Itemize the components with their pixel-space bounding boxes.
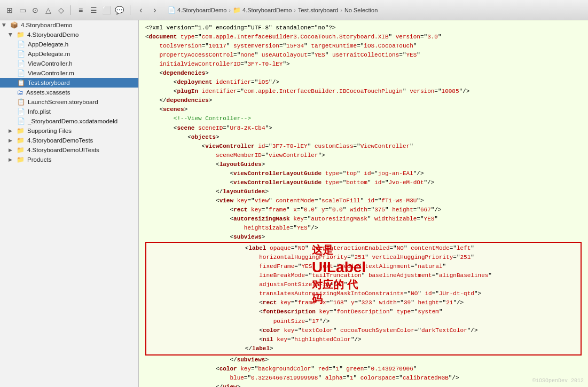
- breadcrumb-label-3: Test.storyboard: [298, 7, 338, 13]
- sidebar-item-test-storyboard[interactable]: 📋 Test.storyboard: [0, 78, 138, 88]
- grid-icon[interactable]: ⊞: [4, 5, 15, 15]
- launch-storyboard-icon: 📋: [17, 98, 25, 106]
- triangle-icon-2: ▶: [8, 33, 13, 37]
- breadcrumb-sep-3: ›: [340, 7, 342, 13]
- uitests-folder-icon: 📁: [17, 146, 25, 154]
- sidebar-label-test-storyboard: Test.storyboard: [28, 80, 70, 86]
- assets-icon: 🗂: [17, 89, 23, 96]
- square-icon[interactable]: ▭: [17, 5, 28, 15]
- triangle-supporting: ▶: [9, 128, 12, 133]
- vc-m-icon: 📄: [17, 69, 25, 77]
- code-content: <?xml version="1.0" encoding="UTF-8" sta…: [145, 23, 582, 387]
- sidebar: ▶ 📦 4.StoryboardDemo ▶ 📁 4.StoryboardDem…: [0, 20, 139, 387]
- breadcrumb-item-3[interactable]: Test.storyboard: [298, 7, 338, 13]
- folder-icon-2: 📁: [233, 6, 241, 14]
- menu-icon[interactable]: ☰: [88, 5, 99, 15]
- file-icon: 📄: [168, 6, 176, 14]
- h-file-icon: 📄: [17, 41, 25, 48]
- triangle-tests: ▶: [9, 138, 12, 143]
- sidebar-label-viewcontroller-h: ViewController.h: [28, 60, 73, 67]
- sidebar-item-tests[interactable]: ▶ 📁 4.StoryboardDemoTests: [0, 136, 138, 145]
- sidebar-item-main-folder[interactable]: ▶ 📁 4.StoryboardDemo: [0, 30, 138, 40]
- toolbar: ⊞ ▭ ⊙ △ ◇ ≡ ☰ ⬜ 💬 ‹ › 📄 4.StoryboardDemo…: [0, 0, 588, 20]
- project-icon: 📦: [10, 21, 18, 29]
- breadcrumb-sep-1: ›: [229, 7, 231, 13]
- sidebar-item-appdelegate-h[interactable]: 📄 AppDelegate.h: [0, 40, 138, 49]
- highlighted-code-box: <label opaque="NO" userInteractionEnable…: [145, 242, 582, 356]
- highlight-region: <label opaque="NO" userInteractionEnable…: [145, 242, 582, 356]
- watermark: ©iOSOpenDev 2012: [532, 377, 584, 385]
- sidebar-label-info-plist: Info.plist: [28, 108, 51, 115]
- m-file-icon: 📄: [17, 50, 25, 58]
- sep1: [70, 5, 71, 15]
- breadcrumb-item-2[interactable]: 📁 4.StoryboardDemo: [233, 6, 292, 14]
- breadcrumb-item-4: No Selection: [344, 7, 378, 13]
- main-layout: ▶ 📦 4.StoryboardDemo ▶ 📁 4.StoryboardDem…: [0, 20, 588, 387]
- vc-h-icon: 📄: [17, 60, 25, 67]
- search-icon[interactable]: ⊙: [30, 5, 41, 15]
- sidebar-label-main: 4.StoryboardDemo: [27, 31, 79, 38]
- sidebar-label-uitests: 4.StoryboardDemoUITests: [27, 147, 99, 153]
- sidebar-label-appdelegate-h: AppDelegate.h: [28, 41, 68, 48]
- triangle-uitests: ▶: [9, 147, 12, 153]
- comment-icon[interactable]: 💬: [114, 5, 124, 15]
- sidebar-item-products[interactable]: ▶ 📁 Products: [0, 155, 138, 164]
- sidebar-item-appdelegate-m[interactable]: 📄 AppDelegate.m: [0, 49, 138, 59]
- sidebar-item-assets[interactable]: 🗂 Assets.xcassets: [0, 88, 138, 97]
- highlighted-code: <label opaque="NO" userInteractionEnable…: [146, 244, 581, 353]
- sidebar-label-launchscreen: LaunchScreen.storyboard: [28, 99, 98, 105]
- breadcrumb: 📄 4.StoryboardDemo › 📁 4.StoryboardDemo …: [168, 6, 584, 14]
- sidebar-item-launchscreen[interactable]: 📋 LaunchScreen.storyboard: [0, 97, 138, 107]
- breadcrumb-label-1: 4.StoryboardDemo: [177, 7, 226, 13]
- sidebar-label-products: Products: [27, 156, 51, 163]
- folder-icon-main: 📁: [17, 31, 25, 38]
- nav-back-button[interactable]: ‹: [136, 5, 146, 15]
- sep2: [130, 5, 130, 15]
- sidebar-item-info-plist[interactable]: 📄 Info.plist: [0, 107, 138, 116]
- sidebar-label-supporting: Supporting Files: [27, 128, 72, 134]
- triangle-products: ▶: [9, 157, 12, 162]
- sidebar-item-uitests[interactable]: ▶ 📁 4.StoryboardDemoUITests: [0, 145, 138, 155]
- tests-folder-icon: 📁: [17, 137, 25, 144]
- data-icon: 📄: [17, 117, 25, 125]
- breadcrumb-label-4: No Selection: [344, 7, 378, 13]
- plist-icon: 📄: [17, 108, 25, 115]
- sidebar-item-root-project[interactable]: ▶ 📦 4.StoryboardDemo: [0, 20, 138, 30]
- toolbar-left-icons: ⊞ ▭ ⊙ △ ◇ ≡ ☰ ⬜ 💬: [4, 5, 124, 15]
- sidebar-label-assets: Assets.xcassets: [26, 89, 70, 96]
- breadcrumb-sep-2: ›: [294, 7, 296, 13]
- code-pre: <?xml version="1.0" encoding="UTF-8" sta…: [145, 23, 582, 242]
- sidebar-item-viewcontroller-m[interactable]: 📄 ViewController.m: [0, 68, 138, 78]
- nav-forward-button[interactable]: ›: [150, 5, 160, 15]
- list-icon[interactable]: ≡: [75, 5, 86, 15]
- breadcrumb-label-2: 4.StoryboardDemo: [242, 7, 292, 13]
- layout-icon[interactable]: ⬜: [101, 5, 112, 15]
- sidebar-item-xcdatamodel[interactable]: 📄 _StoryboardDemo.xcdatamodeld: [0, 116, 138, 126]
- sidebar-label-appdelegate-m: AppDelegate.m: [28, 51, 70, 57]
- breadcrumb-item-1[interactable]: 📄 4.StoryboardDemo: [168, 6, 226, 14]
- diamond-icon[interactable]: ◇: [56, 5, 66, 15]
- sidebar-item-viewcontroller-h[interactable]: 📄 ViewController.h: [0, 59, 138, 68]
- supporting-folder-icon: 📁: [17, 127, 25, 135]
- sidebar-label-root: 4.StoryboardDemo: [21, 22, 73, 28]
- sidebar-label-xcdatamodel: _StoryboardDemo.xcdatamodeld: [28, 118, 117, 124]
- products-folder-icon: 📁: [17, 156, 25, 163]
- sidebar-label-viewcontroller-m: ViewController.m: [28, 70, 74, 76]
- triangle-icon: ▶: [2, 23, 7, 27]
- code-editor[interactable]: <?xml version="1.0" encoding="UTF-8" sta…: [139, 20, 588, 387]
- sidebar-item-supporting-files[interactable]: ▶ 📁 Supporting Files: [0, 126, 138, 136]
- warning-icon[interactable]: △: [43, 5, 53, 15]
- sidebar-label-tests: 4.StoryboardDemoTests: [27, 137, 93, 144]
- storyboard-icon: 📋: [17, 79, 25, 86]
- code-pre-bottom: </subviews> <color key="backgroundColor"…: [145, 356, 582, 387]
